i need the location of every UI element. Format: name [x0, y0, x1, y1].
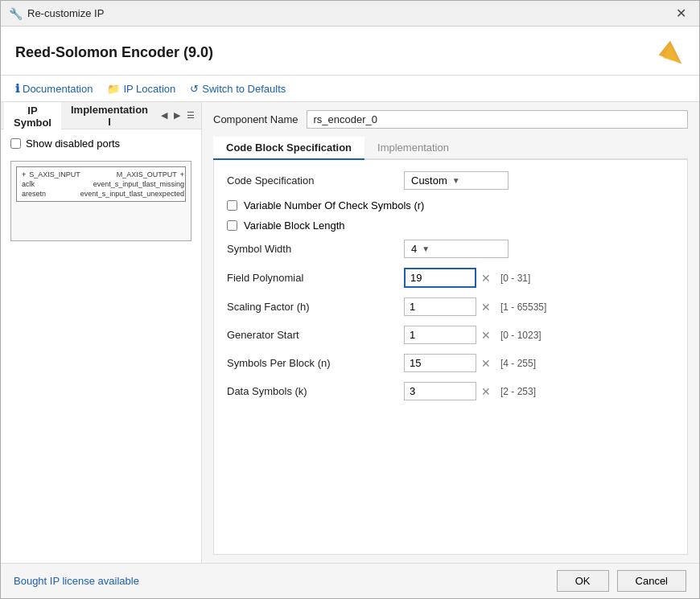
scaling-factor-range: [1 - 65535]	[500, 302, 546, 313]
var-block-length-label: Variable Block Length	[244, 219, 345, 232]
symbol-width-dropdown[interactable]: 4 ▼	[404, 240, 509, 258]
show-disabled-label: Show disabled ports	[26, 137, 120, 150]
symbols-per-block-label: Symbols Per Block (n)	[227, 357, 404, 369]
symbols-per-block-input[interactable]	[404, 354, 476, 372]
port-label: S_AXIS_INPUT	[29, 170, 80, 178]
field-poly-range: [0 - 31]	[500, 273, 530, 284]
var-block-length-checkbox[interactable]	[227, 220, 237, 231]
left-panel-tabs: IP Symbol Implementation I ◀ ▶ ☰	[1, 102, 201, 129]
data-symbols-input[interactable]	[404, 382, 476, 400]
switch-defaults-label: Switch to Defaults	[202, 83, 286, 95]
documentation-label: Documentation	[23, 83, 93, 95]
generator-start-control: ✕ [0 - 1023]	[404, 326, 674, 344]
dropdown-arrow-icon: ▼	[452, 176, 460, 185]
ip-diagram-inner: + S_AXIS_INPUT aclk aresetn	[16, 166, 186, 202]
port-label: aresetn	[22, 190, 46, 198]
field-poly-input[interactable]	[404, 268, 476, 288]
port-expand-icon: +	[180, 170, 184, 178]
field-poly-label: Field Polynomial	[227, 272, 404, 284]
footer: Bought IP license available OK Cancel	[1, 563, 699, 598]
port-aclk: aclk	[22, 180, 80, 188]
right-ports: M_AXIS_OUTPUT + event_s_input_tlast_miss…	[80, 170, 184, 198]
window-title: Re-customize IP	[27, 7, 104, 19]
license-label: Bought IP license available	[14, 575, 139, 587]
generator-start-clear-button[interactable]: ✕	[480, 329, 492, 342]
left-ports: + S_AXIS_INPUT aclk aresetn	[22, 170, 80, 198]
main-window: 🔧 Re-customize IP ✕ Reed-Solomon Encoder…	[0, 0, 700, 599]
generator-start-input-group: ✕	[404, 326, 492, 344]
scaling-factor-input-group: ✕	[404, 297, 492, 316]
symbols-per-block-range: [4 - 255]	[500, 358, 536, 369]
ip-location-button[interactable]: 📁 IP Location	[107, 83, 175, 95]
ip-location-label: IP Location	[123, 83, 175, 95]
var-block-length-row: Variable Block Length	[227, 219, 674, 232]
info-icon: ℹ	[15, 82, 19, 95]
scaling-factor-control: ✕ [1 - 65535]	[404, 297, 674, 316]
symbol-width-label: Symbol Width	[227, 243, 404, 255]
main-area: IP Symbol Implementation I ◀ ▶ ☰ Show di…	[1, 102, 699, 563]
symbol-width-control: 4 ▼	[404, 240, 674, 258]
left-panel: IP Symbol Implementation I ◀ ▶ ☰ Show di…	[1, 102, 202, 563]
tab-content-code-block: Code Specification Custom ▼ Variable Num…	[213, 160, 688, 555]
code-spec-value: Custom	[411, 174, 447, 187]
toolbar: ℹ Documentation 📁 IP Location ↺ Switch t…	[1, 76, 699, 102]
port-aresetn: aresetn	[22, 190, 80, 198]
scaling-factor-clear-button[interactable]: ✕	[480, 301, 492, 314]
tab-ip-symbol[interactable]: IP Symbol	[4, 102, 61, 133]
port-event-missing: event_s_input_tlast_missing	[80, 180, 184, 188]
ok-button[interactable]: OK	[557, 570, 609, 592]
symbol-width-value: 4	[411, 243, 417, 255]
symbols-per-block-clear-button[interactable]: ✕	[480, 357, 492, 370]
data-symbols-control: ✕ [2 - 253]	[404, 382, 674, 400]
documentation-button[interactable]: ℹ Documentation	[15, 82, 93, 95]
scaling-factor-input[interactable]	[404, 297, 476, 316]
dropdown-arrow-icon: ▼	[422, 244, 430, 253]
app-icon: 🔧	[9, 7, 23, 20]
symbols-per-block-control: ✕ [4 - 255]	[404, 354, 674, 372]
symbols-per-block-input-group: ✕	[404, 354, 492, 372]
field-poly-clear-button[interactable]: ✕	[480, 272, 492, 285]
code-spec-dropdown[interactable]: Custom ▼	[404, 171, 509, 190]
scaling-factor-label: Scaling Factor (h)	[227, 301, 404, 313]
data-symbols-row: Data Symbols (k) ✕ [2 - 253]	[227, 382, 674, 400]
cancel-button[interactable]: Cancel	[617, 570, 686, 592]
left-panel-content: Show disabled ports + S_AXIS_INPUT	[1, 129, 201, 563]
show-disabled-checkbox[interactable]	[10, 138, 21, 149]
show-disabled-row: Show disabled ports	[10, 137, 191, 150]
component-name-label: Component Name	[213, 113, 299, 125]
title-bar-left: 🔧 Re-customize IP	[9, 7, 104, 20]
tab-next-button[interactable]: ▶	[171, 109, 183, 122]
app-title-text: Reed-Solomon Encoder (9.0)	[15, 44, 213, 61]
port-s-axis-input: + S_AXIS_INPUT	[22, 170, 80, 178]
port-label: event_s_input_tlast_unexpected	[80, 190, 184, 198]
port-label: M_AXIS_OUTPUT	[117, 170, 177, 178]
data-symbols-range: [2 - 253]	[500, 386, 536, 397]
right-panel: Component Name Code Block Specification …	[202, 102, 699, 563]
scaling-factor-row: Scaling Factor (h) ✕ [1 - 65535]	[227, 297, 674, 316]
header: Reed-Solomon Encoder (9.0)	[1, 27, 699, 76]
close-button[interactable]: ✕	[671, 4, 691, 23]
tab-implementation[interactable]: Implementation I	[61, 102, 158, 133]
data-symbols-clear-button[interactable]: ✕	[480, 385, 492, 398]
generator-start-input[interactable]	[404, 326, 476, 344]
switch-defaults-button[interactable]: ↺ Switch to Defaults	[190, 83, 286, 95]
generator-start-row: Generator Start ✕ [0 - 1023]	[227, 326, 674, 344]
title-bar: 🔧 Re-customize IP ✕	[1, 1, 699, 27]
data-symbols-label: Data Symbols (k)	[227, 385, 404, 397]
tab-code-block-spec[interactable]: Code Block Specification	[213, 137, 364, 160]
app-title-row: Reed-Solomon Encoder (9.0)	[15, 38, 685, 67]
var-check-symbols-checkbox[interactable]	[227, 200, 237, 211]
footer-buttons: OK Cancel	[557, 570, 686, 592]
tab-implementation[interactable]: Implementation	[364, 137, 462, 160]
tab-menu-button[interactable]: ☰	[183, 109, 198, 122]
tab-prev-button[interactable]: ◀	[158, 109, 171, 122]
var-check-symbols-row: Variable Number Of Check Symbols (r)	[227, 199, 674, 211]
code-spec-row: Code Specification Custom ▼	[227, 171, 674, 190]
component-name-input[interactable]	[307, 110, 689, 129]
port-event-unexpected: event_s_input_tlast_unexpected	[80, 190, 184, 198]
field-poly-input-group: ✕	[404, 268, 492, 288]
port-label: aclk	[22, 180, 35, 188]
ip-symbol-diagram: + S_AXIS_INPUT aclk aresetn	[10, 161, 191, 241]
field-poly-control: ✕ [0 - 31]	[404, 268, 674, 288]
symbol-width-row: Symbol Width 4 ▼	[227, 240, 674, 258]
